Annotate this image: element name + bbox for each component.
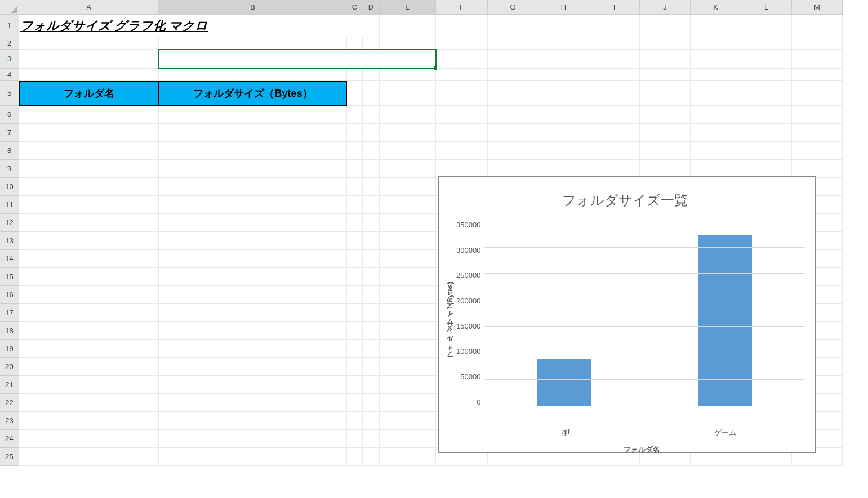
cell-B14[interactable] <box>159 250 347 268</box>
cell-C10[interactable] <box>347 178 363 196</box>
chart-container[interactable]: フォルダサイズ一覧 フォルダサイズ (Bytes) 35000030000025… <box>438 176 816 453</box>
folder-path-input[interactable] <box>159 50 436 69</box>
cell-F5[interactable] <box>436 81 488 106</box>
cell-G1[interactable] <box>488 15 538 37</box>
row-header-13[interactable]: 13 <box>0 232 19 250</box>
column-header-C[interactable]: C <box>347 0 363 15</box>
cell-B25[interactable] <box>159 448 347 466</box>
table-header-name[interactable]: フォルダ名 <box>19 81 159 106</box>
cell-A3[interactable] <box>19 50 159 69</box>
cell-A23[interactable] <box>19 412 159 430</box>
cell-A17[interactable] <box>19 304 159 322</box>
cell-C14[interactable] <box>347 250 363 268</box>
cell-L9[interactable] <box>741 160 792 178</box>
column-header-A[interactable]: A <box>19 0 159 15</box>
row-header-5[interactable]: 5 <box>0 81 19 106</box>
cell-D22[interactable] <box>363 394 380 412</box>
cell-G8[interactable] <box>488 142 538 160</box>
cell-E20[interactable] <box>380 358 436 376</box>
cell-B16[interactable] <box>159 286 347 304</box>
cell-J2[interactable] <box>640 37 691 50</box>
cell-C20[interactable] <box>347 358 363 376</box>
cell-A25[interactable] <box>19 448 159 466</box>
cell-B8[interactable] <box>159 142 347 160</box>
cell-J7[interactable] <box>640 124 691 142</box>
row-header-22[interactable]: 22 <box>0 394 19 412</box>
cell-M8[interactable] <box>792 142 843 160</box>
row-header-24[interactable]: 24 <box>0 430 19 448</box>
cell-G4[interactable] <box>488 69 538 81</box>
row-header-1[interactable]: 1 <box>0 15 19 37</box>
cell-D6[interactable] <box>363 106 380 124</box>
cell-A4[interactable] <box>19 69 159 81</box>
cell-D5[interactable] <box>363 81 380 106</box>
row-header-4[interactable]: 4 <box>0 69 19 81</box>
cell-B24[interactable] <box>159 430 347 448</box>
cell-E11[interactable] <box>380 196 436 214</box>
cell-E18[interactable] <box>380 322 436 340</box>
column-header-L[interactable]: L <box>741 0 792 15</box>
row-header-3[interactable]: 3 <box>0 50 19 69</box>
cell-A15[interactable] <box>19 268 159 286</box>
cell-D11[interactable] <box>363 196 380 214</box>
cell-K2[interactable] <box>691 37 741 50</box>
cell-J6[interactable] <box>640 106 691 124</box>
cell-B21[interactable] <box>159 376 347 394</box>
cell-C9[interactable] <box>347 160 363 178</box>
cell-C8[interactable] <box>347 142 363 160</box>
cell-A13[interactable] <box>19 232 159 250</box>
bar-gif[interactable] <box>537 359 591 406</box>
row-header-11[interactable]: 11 <box>0 196 19 214</box>
cell-E14[interactable] <box>380 250 436 268</box>
select-all-corner[interactable] <box>0 0 19 15</box>
cell-D24[interactable] <box>363 430 380 448</box>
row-header-12[interactable]: 12 <box>0 214 19 232</box>
column-header-K[interactable]: K <box>691 0 741 15</box>
row-header-19[interactable]: 19 <box>0 340 19 358</box>
cell-L5[interactable] <box>741 81 792 106</box>
cell-B18[interactable] <box>159 322 347 340</box>
cell-A10[interactable] <box>19 178 159 196</box>
cell-C17[interactable] <box>347 304 363 322</box>
cell-B13[interactable] <box>159 232 347 250</box>
cell-L7[interactable] <box>741 124 792 142</box>
cell-L3[interactable] <box>741 50 792 69</box>
row-header-14[interactable]: 14 <box>0 250 19 268</box>
cell-E12[interactable] <box>380 214 436 232</box>
cell-F2[interactable] <box>436 37 488 50</box>
row-header-10[interactable]: 10 <box>0 178 19 196</box>
cell-M2[interactable] <box>792 37 843 50</box>
cell-B6[interactable] <box>159 106 347 124</box>
cell-A22[interactable] <box>19 394 159 412</box>
cell-M9[interactable] <box>792 160 843 178</box>
cell-C18[interactable] <box>347 322 363 340</box>
cell-A2[interactable] <box>19 37 159 50</box>
row-header-8[interactable]: 8 <box>0 142 19 160</box>
cell-A14[interactable] <box>19 250 159 268</box>
cell-H9[interactable] <box>538 160 589 178</box>
cell-E8[interactable] <box>380 142 436 160</box>
column-header-D[interactable]: D <box>363 0 380 15</box>
cell-E6[interactable] <box>380 106 436 124</box>
cell-B2[interactable] <box>159 37 347 50</box>
row-header-6[interactable]: 6 <box>0 106 19 124</box>
cell-G7[interactable] <box>488 124 538 142</box>
cell-M3[interactable] <box>792 50 843 69</box>
cell-K3[interactable] <box>691 50 741 69</box>
cell-F3[interactable] <box>436 50 488 69</box>
cell-F4[interactable] <box>436 69 488 81</box>
cell-H1[interactable] <box>538 15 589 37</box>
cell-F9[interactable] <box>436 160 488 178</box>
cell-I9[interactable] <box>589 160 640 178</box>
cell-B7[interactable] <box>159 124 347 142</box>
cell-A20[interactable] <box>19 358 159 376</box>
column-header-M[interactable]: M <box>792 0 843 15</box>
cell-J8[interactable] <box>640 142 691 160</box>
cell-E16[interactable] <box>380 286 436 304</box>
cell-G2[interactable] <box>488 37 538 50</box>
cell-K7[interactable] <box>691 124 741 142</box>
cell-H3[interactable] <box>538 50 589 69</box>
cell-M6[interactable] <box>792 106 843 124</box>
cell-G9[interactable] <box>488 160 538 178</box>
cell-E7[interactable] <box>380 124 436 142</box>
